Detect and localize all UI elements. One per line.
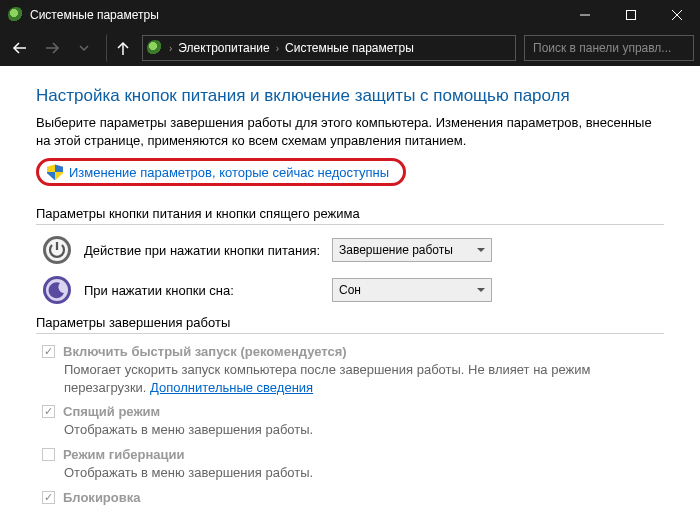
page-intro: Выберите параметры завершения работы для…	[36, 114, 664, 150]
back-button[interactable]	[6, 34, 34, 62]
divider	[36, 333, 664, 334]
section-title-shutdown: Параметры завершения работы	[36, 315, 664, 330]
chevron-right-icon: ›	[276, 43, 279, 54]
option-label: Спящий режим	[63, 404, 160, 419]
svg-rect-1	[627, 11, 636, 20]
checkbox[interactable]	[42, 491, 55, 504]
minimize-button[interactable]	[562, 0, 608, 30]
option-lock: Блокировка Отображать в меню аватара.	[42, 490, 664, 506]
option-label: Включить быстрый запуск (рекомендуется)	[63, 344, 347, 359]
checkbox[interactable]	[42, 448, 55, 461]
checkbox[interactable]	[42, 405, 55, 418]
maximize-button[interactable]	[608, 0, 654, 30]
window-controls	[562, 0, 700, 30]
power-icon	[42, 235, 72, 265]
window-title: Системные параметры	[30, 8, 562, 22]
forward-button[interactable]	[38, 34, 66, 62]
breadcrumb-item[interactable]: Электропитание	[178, 41, 269, 55]
breadcrumb-item[interactable]: Системные параметры	[285, 41, 414, 55]
sleep-button-action-select[interactable]: Сон	[332, 278, 492, 302]
select-value: Завершение работы	[339, 243, 453, 257]
chevron-right-icon: ›	[169, 43, 172, 54]
address-bar-icon	[147, 40, 163, 56]
search-input[interactable]	[531, 40, 685, 56]
option-description: Отображать в меню завершения работы.	[64, 421, 604, 439]
change-unavailable-settings-link[interactable]: Изменение параметров, которые сейчас нед…	[69, 165, 389, 180]
option-sleep: Спящий режим Отображать в меню завершени…	[42, 404, 664, 439]
app-icon	[8, 7, 24, 23]
titlebar: Системные параметры	[0, 0, 700, 30]
divider	[36, 224, 664, 225]
chevron-down-icon	[477, 248, 485, 252]
sleep-button-setting: При нажатии кнопки сна: Сон	[36, 275, 664, 305]
page-title: Настройка кнопок питания и включение защ…	[36, 86, 664, 106]
sleep-button-label: При нажатии кнопки сна:	[84, 283, 332, 298]
option-description: Помогает ускорить запуск компьютера посл…	[64, 361, 604, 396]
option-label: Блокировка	[63, 490, 140, 505]
up-button[interactable]	[106, 34, 134, 62]
toolbar: › Электропитание › Системные параметры	[0, 30, 700, 66]
checkbox[interactable]	[42, 345, 55, 358]
option-description: Отображать в меню завершения работы.	[64, 464, 604, 482]
content-area: Настройка кнопок питания и включение защ…	[0, 66, 700, 506]
power-button-setting: Действие при нажатии кнопки питания: Зав…	[36, 235, 664, 265]
admin-link-highlight: Изменение параметров, которые сейчас нед…	[36, 158, 406, 186]
option-label: Режим гибернации	[63, 447, 185, 462]
sleep-icon	[42, 275, 72, 305]
close-button[interactable]	[654, 0, 700, 30]
option-hibernate: Режим гибернации Отображать в меню завер…	[42, 447, 664, 482]
power-button-action-select[interactable]: Завершение работы	[332, 238, 492, 262]
shutdown-options: Включить быстрый запуск (рекомендуется) …	[36, 344, 664, 506]
section-title-buttons: Параметры кнопки питания и кнопки спящег…	[36, 206, 664, 221]
more-info-link[interactable]: Дополнительные сведения	[150, 380, 313, 395]
chevron-down-icon	[477, 288, 485, 292]
option-fast-startup: Включить быстрый запуск (рекомендуется) …	[42, 344, 664, 396]
power-button-label: Действие при нажатии кнопки питания:	[84, 243, 332, 258]
search-box[interactable]	[524, 35, 694, 61]
address-bar[interactable]: › Электропитание › Системные параметры	[142, 35, 516, 61]
recent-dropdown-icon[interactable]	[70, 34, 98, 62]
select-value: Сон	[339, 283, 361, 297]
shield-icon	[47, 164, 63, 180]
